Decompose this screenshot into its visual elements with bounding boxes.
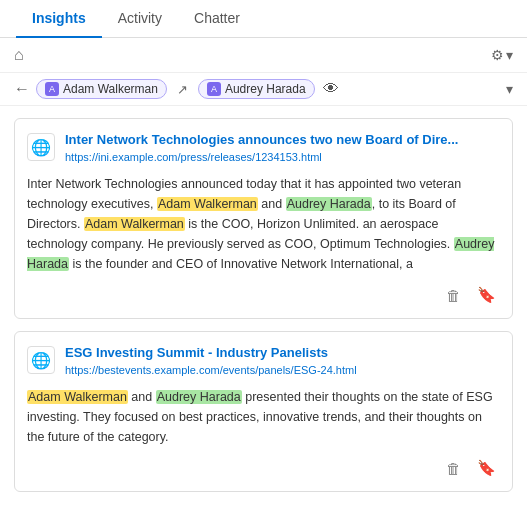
card1-text-2: and [258, 197, 286, 211]
gear-icon: ⚙ [491, 47, 504, 63]
card1-highlight-adam2: Adam Walkerman [84, 217, 185, 231]
card1-delete-button[interactable]: 🗑 [442, 284, 465, 306]
card2-title[interactable]: ESG Investing Summit - Industry Panelist… [65, 344, 357, 362]
card2-delete-button[interactable]: 🗑 [442, 457, 465, 479]
audrey-tag-icon: A [207, 82, 221, 96]
card2-highlight-adam: Adam Walkerman [27, 390, 128, 404]
globe-icon-2: 🌐 [27, 346, 55, 374]
eye-button[interactable]: 👁 [323, 80, 339, 98]
back-button[interactable]: ← [14, 80, 30, 98]
filter-dropdown-button[interactable]: ▾ [506, 81, 513, 97]
card1-title[interactable]: Inter Network Technologies announces two… [65, 131, 458, 149]
card2-text-1: and [128, 390, 156, 404]
filter-row: ← A Adam Walkerman ↗ A Audrey Harada 👁 ▾ [0, 73, 527, 106]
filter-tag-audrey[interactable]: A Audrey Harada [198, 79, 315, 99]
card1-text-5: is the founder and CEO of Innovative Net… [69, 257, 413, 271]
tabs-bar: Insights Activity Chatter [0, 0, 527, 38]
content-area: 🌐 Inter Network Technologies announces t… [0, 106, 527, 504]
news-card-1: 🌐 Inter Network Technologies announces t… [14, 118, 513, 319]
card1-highlight-adam1: Adam Walkerman [157, 197, 258, 211]
tab-chatter[interactable]: Chatter [178, 0, 256, 38]
eye-icon: 👁 [323, 80, 339, 97]
card1-highlight-audrey1: Audrey Harada [286, 197, 372, 211]
card2-header: 🌐 ESG Investing Summit - Industry Paneli… [27, 344, 500, 377]
tab-insights[interactable]: Insights [16, 0, 102, 38]
news-card-2: 🌐 ESG Investing Summit - Industry Paneli… [14, 331, 513, 492]
card2-bookmark-button[interactable]: 🔖 [473, 457, 500, 479]
adam-tag-label: Adam Walkerman [63, 82, 158, 96]
home-button[interactable]: ⌂ [14, 46, 24, 64]
gear-dropdown-icon: ▾ [506, 47, 513, 63]
card1-header: 🌐 Inter Network Technologies announces t… [27, 131, 500, 164]
audrey-tag-label: Audrey Harada [225, 82, 306, 96]
card2-url[interactable]: https://bestevents.example.com/events/pa… [65, 364, 357, 376]
card2-highlight-audrey: Audrey Harada [156, 390, 242, 404]
settings-button[interactable]: ⚙ ▾ [491, 47, 513, 63]
external-link-button[interactable]: ↗ [173, 80, 192, 99]
card2-actions: 🗑 🔖 [27, 457, 500, 479]
card1-body: Inter Network Technologies announced tod… [27, 174, 500, 274]
card1-actions: 🗑 🔖 [27, 284, 500, 306]
tab-activity[interactable]: Activity [102, 0, 178, 38]
filter-tag-adam[interactable]: A Adam Walkerman [36, 79, 167, 99]
card1-url[interactable]: https://ini.example.com/press/releases/1… [65, 151, 322, 163]
globe-icon-1: 🌐 [27, 133, 55, 161]
card1-bookmark-button[interactable]: 🔖 [473, 284, 500, 306]
adam-tag-icon: A [45, 82, 59, 96]
toolbar: ⌂ ⚙ ▾ [0, 38, 527, 73]
card2-body: Adam Walkerman and Audrey Harada present… [27, 387, 500, 447]
